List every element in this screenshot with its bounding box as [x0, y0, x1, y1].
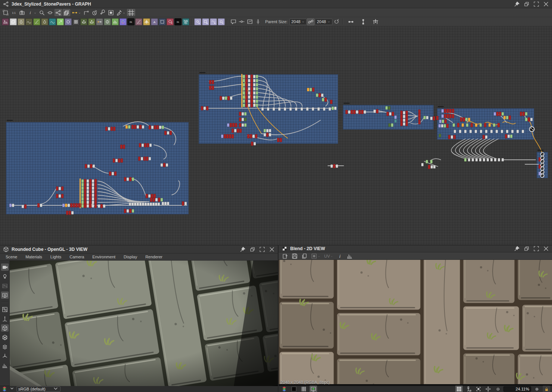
menu-renderer[interactable]: Renderer — [142, 254, 166, 260]
graph-node[interactable] — [351, 110, 353, 114]
graph-node[interactable] — [239, 118, 241, 122]
graph-node[interactable] — [243, 83, 245, 87]
graph-node[interactable] — [145, 203, 147, 206]
elbow-link-icon[interactable] — [83, 9, 90, 16]
graph-node[interactable] — [256, 83, 258, 87]
graph-node[interactable] — [494, 112, 496, 116]
graph-node[interactable] — [444, 124, 446, 128]
menu-lights[interactable]: Lights — [47, 254, 65, 260]
graph-node[interactable] — [155, 203, 157, 206]
graph-node[interactable] — [242, 124, 244, 127]
menu-scene[interactable]: Scene — [2, 254, 21, 260]
graph-node[interactable] — [267, 108, 269, 111]
graph-node[interactable] — [153, 198, 155, 202]
graph-node[interactable] — [449, 114, 452, 118]
graph-node[interactable] — [84, 204, 86, 208]
search-icon[interactable] — [38, 9, 46, 16]
graph-node[interactable] — [243, 75, 245, 78]
graph-output-node[interactable] — [540, 170, 544, 174]
graph-node[interactable] — [243, 91, 245, 95]
value-curve-node-icon[interactable] — [210, 18, 217, 25]
graph-node[interactable] — [170, 131, 172, 135]
graph-node[interactable] — [229, 134, 231, 139]
environment-image-icon[interactable] — [1, 282, 9, 289]
layer-stack-icon[interactable] — [63, 9, 70, 16]
graph-node[interactable] — [243, 87, 245, 91]
graph-node[interactable] — [400, 115, 403, 119]
graph-node[interactable] — [149, 157, 151, 161]
frame-icon[interactable] — [246, 18, 254, 25]
link-dependencies-icon[interactable] — [46, 9, 54, 16]
graph-node[interactable] — [256, 91, 258, 95]
graph-node[interactable] — [403, 115, 405, 118]
graph-node[interactable] — [273, 108, 275, 111]
graph-output-node[interactable] — [530, 127, 534, 132]
graph-node[interactable] — [129, 203, 131, 206]
graph-node[interactable] — [266, 129, 269, 133]
graph-node[interactable] — [161, 198, 163, 202]
graph-node[interactable] — [431, 165, 433, 169]
graph-node[interactable] — [184, 202, 187, 205]
graph-node[interactable] — [248, 100, 250, 103]
graph-node[interactable] — [147, 203, 149, 206]
graph-node[interactable] — [151, 194, 153, 198]
graph-node[interactable] — [400, 122, 403, 126]
graph-node[interactable] — [242, 118, 244, 121]
graph-node[interactable] — [92, 183, 94, 186]
graph-node[interactable] — [243, 96, 245, 99]
graph-node[interactable] — [438, 124, 441, 128]
graph-node[interactable] — [446, 124, 449, 128]
graph-node[interactable] — [447, 109, 449, 113]
graph-node[interactable] — [149, 125, 151, 130]
graph-node[interactable] — [134, 203, 136, 206]
comment-icon[interactable] — [230, 18, 237, 25]
graph-node[interactable] — [239, 129, 242, 133]
gradient-map-node-icon[interactable] — [135, 18, 142, 25]
graph-node[interactable] — [253, 75, 255, 78]
graph-node[interactable] — [345, 110, 348, 114]
graph-node[interactable] — [143, 157, 146, 161]
graph-node[interactable] — [125, 125, 128, 129]
graph-node[interactable] — [209, 86, 211, 90]
graph-node[interactable] — [394, 116, 397, 119]
graph-node[interactable] — [92, 194, 94, 197]
graph-node[interactable] — [163, 163, 165, 167]
graph-node[interactable] — [496, 130, 498, 133]
graph-node[interactable] — [37, 203, 40, 208]
graph-node[interactable] — [248, 91, 250, 95]
graph-node[interactable] — [264, 129, 266, 133]
graph-node[interactable] — [430, 117, 432, 120]
transform-manipulator-icon[interactable] — [310, 252, 321, 259]
graph-node[interactable] — [254, 142, 256, 146]
graph-node[interactable] — [441, 124, 443, 128]
graph-node[interactable] — [253, 96, 255, 99]
pin-icon[interactable] — [240, 246, 246, 252]
graph-node[interactable] — [224, 134, 226, 139]
graph-node[interactable] — [56, 194, 58, 198]
graph-node[interactable] — [144, 143, 146, 147]
graph-node[interactable] — [227, 96, 230, 100]
graph-node[interactable] — [212, 80, 214, 84]
graph-node[interactable] — [462, 124, 464, 127]
physical-size-icon[interactable] — [465, 386, 472, 392]
graph-node[interactable] — [464, 158, 466, 162]
graph-node[interactable] — [353, 110, 356, 114]
graph-node[interactable] — [22, 205, 24, 208]
graph-node[interactable] — [280, 138, 282, 142]
graph-node[interactable] — [373, 110, 376, 113]
graph-node[interactable] — [121, 159, 123, 163]
graph-node[interactable] — [248, 79, 250, 83]
graph-node[interactable] — [502, 112, 504, 116]
graph-node[interactable] — [108, 127, 110, 131]
graph-node[interactable] — [403, 122, 405, 126]
graph-node[interactable] — [225, 97, 227, 100]
thumbnail-camera-icon[interactable] — [18, 9, 26, 16]
graph-node[interactable] — [330, 100, 332, 104]
graph-node[interactable] — [426, 160, 428, 164]
graph-node[interactable] — [139, 203, 142, 206]
graph-node[interactable] — [100, 204, 103, 208]
graph-node[interactable] — [485, 136, 487, 139]
graph-node[interactable] — [433, 116, 435, 121]
graph-node[interactable] — [243, 104, 245, 107]
graph-node[interactable] — [239, 112, 241, 116]
